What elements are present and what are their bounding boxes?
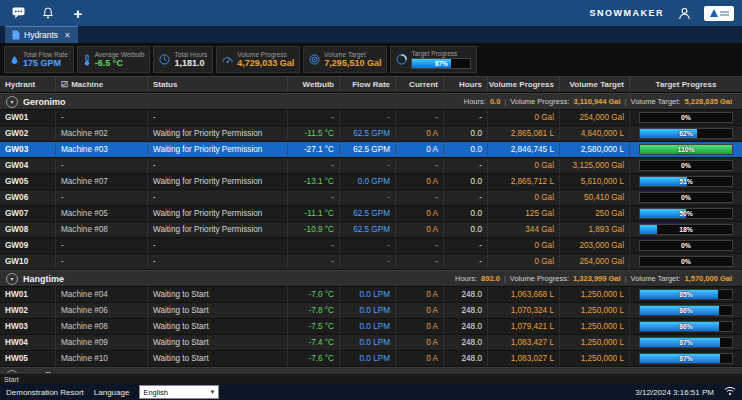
cell-hours: 248.0	[444, 319, 488, 334]
stat-label: Volume Progress	[237, 51, 294, 58]
add-tab-icon[interactable]: +	[68, 4, 88, 22]
summary-value: 892.0	[481, 274, 500, 283]
collapse-group-icon[interactable]: ▾	[6, 273, 18, 285]
table-row-gw03[interactable]: GW03Machine #03Waiting for Priority Perm…	[0, 142, 742, 158]
column-header-wetbulb[interactable]: Wetbulb	[288, 77, 340, 92]
progress-track: 0%	[639, 160, 733, 171]
cell-status: -	[148, 190, 288, 205]
target-progress-bar: 0%	[630, 190, 742, 205]
select-all-checkbox[interactable]: ☑	[61, 80, 68, 89]
column-header-flow-rate[interactable]: Flow Rate	[340, 77, 396, 92]
table-row-gw02[interactable]: GW02Machine #02Waiting for Priority Perm…	[0, 126, 742, 142]
collapse-group-icon[interactable]: ▾	[6, 96, 18, 108]
target-progress-bar: 51%	[630, 174, 742, 189]
column-header-volume-progress[interactable]: Volume Progress	[488, 77, 560, 92]
table-row-gw10[interactable]: GW10------0 Gal254,000 Gal0%	[0, 254, 742, 270]
progress-percent-label: 110%	[640, 145, 732, 154]
summary-label: Hours:	[464, 97, 486, 106]
column-header-target-progress[interactable]: Target Progress	[630, 77, 742, 92]
table-row-hw03[interactable]: HW03Machine #08Waiting to Start-7.5 °C0.…	[0, 319, 742, 335]
progress-track: 0%	[639, 240, 733, 251]
brand-logo	[704, 6, 734, 21]
cell-vol_progress: 2,865,712 L	[488, 174, 560, 189]
cell-vol_progress: 1,070,324 L	[488, 303, 560, 318]
table-row-hw01[interactable]: HW01Machine #04Waiting to Start-7.0 °C0.…	[0, 287, 742, 303]
user-account-icon[interactable]	[674, 4, 694, 22]
cell-current: 0 A	[396, 303, 444, 318]
cell-flow: 0.0 LPM	[340, 303, 396, 318]
chat-icon[interactable]	[8, 4, 28, 22]
cell-flow: -	[340, 254, 396, 269]
column-header-volume-target[interactable]: Volume Target	[560, 77, 630, 92]
cell-vol_progress: 125 Gal	[488, 206, 560, 221]
table-row-gw01[interactable]: GW01------0 Gal254,000 Gal0%	[0, 110, 742, 126]
cell-status: -	[148, 238, 288, 253]
cell-machine: Machine #02	[56, 126, 148, 141]
alarm-bell-icon[interactable]	[38, 4, 58, 22]
cell-hours: -	[444, 254, 488, 269]
cell-vol_progress: 0 Gal	[488, 110, 560, 125]
cell-wetbulb: -11.5 °C	[288, 126, 340, 141]
table-row-gw08[interactable]: GW08Machine #08Waiting for Priority Perm…	[0, 222, 742, 238]
droplet-icon	[10, 54, 19, 66]
progress-percent-label: 0%	[640, 241, 732, 250]
column-header-machine[interactable]: ☑Machine	[56, 77, 148, 92]
cell-wetbulb: -7.5 °C	[288, 319, 340, 334]
column-header-machine-label: Machine	[71, 80, 103, 89]
cell-vol_progress: 0 Gal	[488, 190, 560, 205]
column-header-current[interactable]: Current	[396, 77, 444, 92]
target-progress-bar: 62%	[630, 126, 742, 141]
cell-machine: Machine #07	[56, 174, 148, 189]
cell-machine: Machine #06	[56, 303, 148, 318]
table-row-gw04[interactable]: GW04------0 Gal3,125,000 Gal0%	[0, 158, 742, 174]
cell-flow: 62.5 GPM	[340, 206, 396, 221]
table-row-hw05[interactable]: HW05Machine #10Waiting to Start-7.6 °C0.…	[0, 351, 742, 367]
tab-bar: Hydrants ✕	[0, 26, 742, 43]
stat-value: 1,181.0	[174, 58, 207, 68]
cell-vol_target: 254,000 Gal	[560, 254, 630, 269]
cell-wetbulb: -10.9 °C	[288, 222, 340, 237]
tab-hydrants[interactable]: Hydrants ✕	[5, 26, 78, 43]
cell-vol_progress: 1,083,427 L	[488, 335, 560, 350]
cell-machine: Machine #05	[56, 206, 148, 221]
cell-current: -	[396, 158, 444, 173]
progress-track: 51%	[639, 176, 733, 187]
table-row-gw09[interactable]: GW09------0 Gal203,000 Gal0%	[0, 238, 742, 254]
summary-value: 1,323,999 Gal	[573, 274, 621, 283]
tab-close-icon[interactable]: ✕	[64, 31, 71, 40]
table-row-gw06[interactable]: GW06------0 Gal50,410 Gal0%	[0, 190, 742, 206]
cell-wetbulb: -	[288, 254, 340, 269]
target-progress-track: 67%	[411, 58, 471, 69]
cell-hours: 248.0	[444, 287, 488, 302]
bottom-status-bar: Demonstration Resort Language English ▼ …	[0, 384, 742, 400]
cell-status: Waiting for Priority Permission	[148, 142, 288, 157]
column-header-hours[interactable]: Hours	[444, 77, 488, 92]
table-row-gw05[interactable]: GW05Machine #07Waiting for Priority Perm…	[0, 174, 742, 190]
cell-id: GW04	[0, 158, 56, 173]
table-row-hw04[interactable]: HW04Machine #09Waiting to Start-7.4 °C0.…	[0, 335, 742, 351]
target-progress-percent: 67%	[412, 59, 470, 68]
cell-wetbulb: -	[288, 110, 340, 125]
cell-id: GW01	[0, 110, 56, 125]
progress-track: 87%	[639, 353, 733, 364]
progress-percent-label: 51%	[640, 177, 732, 186]
progress-track: 0%	[639, 256, 733, 267]
cell-id: HW01	[0, 287, 56, 302]
cell-vol_target: 3,125,000 Gal	[560, 158, 630, 173]
language-select[interactable]: English ▼	[139, 385, 219, 399]
cell-hours: 248.0	[444, 335, 488, 350]
stat-label: Target Progress	[411, 50, 471, 57]
cell-machine: -	[56, 110, 148, 125]
stat-label: Volume Target	[324, 51, 381, 58]
table-row-gw07[interactable]: GW07Machine #05Waiting for Priority Perm…	[0, 206, 742, 222]
start-button[interactable]: Start	[4, 376, 19, 383]
cell-status: Waiting to Start	[148, 319, 288, 334]
cell-flow: -	[340, 238, 396, 253]
wifi-icon[interactable]	[724, 386, 736, 398]
stat-label: Average Wetbulb	[95, 51, 145, 58]
cell-vol_progress: 0 Gal	[488, 158, 560, 173]
column-header-hydrant[interactable]: Hydrant	[0, 77, 56, 92]
table-row-hw02[interactable]: HW02Machine #06Waiting to Start-7.8 °C0.…	[0, 303, 742, 319]
cell-vol_target: 1,250,000 L	[560, 287, 630, 302]
column-header-status[interactable]: Status	[148, 77, 288, 92]
